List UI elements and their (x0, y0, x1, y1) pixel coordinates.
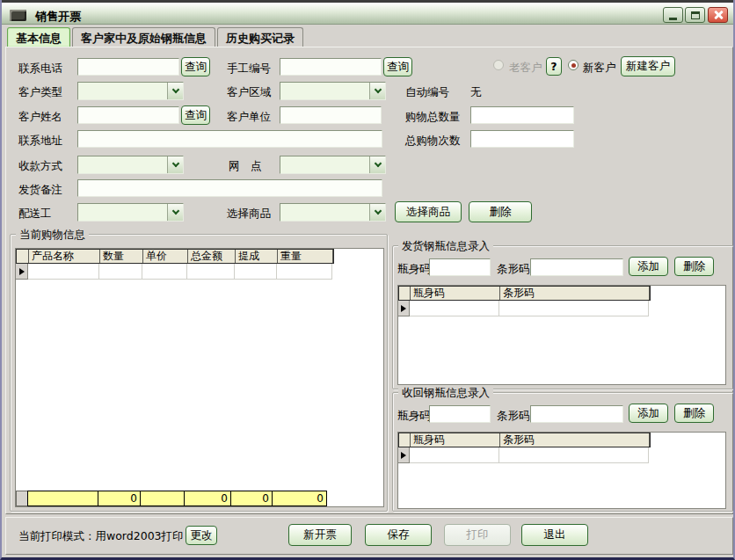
customer-name-input[interactable] (77, 106, 179, 124)
grid-cell[interactable] (410, 447, 499, 463)
app-window: 销售开票 基本信息 客户家中及原始钢瓶信息 历史购买记录 联系电话 查询 手工编… (0, 0, 735, 560)
recovery-grid-header: 瓶身码 条形码 (398, 433, 651, 447)
payment-method-select[interactable] (77, 156, 184, 174)
payment-method-dropdown-button[interactable] (167, 156, 183, 173)
manual-query-button[interactable]: 查询 (383, 57, 412, 76)
grid-cell[interactable] (499, 301, 649, 316)
purchase-grid-row[interactable] (16, 264, 332, 280)
branch-select[interactable] (280, 156, 386, 174)
customer-type-select[interactable] (77, 82, 184, 100)
select-product-button[interactable]: 选择商品 (395, 201, 462, 222)
tab-customer-cylinder-info[interactable]: 客户家中及原始钢瓶信息 (72, 27, 215, 47)
recovery-cylinder-group-title: 收回钢瓶信息录入 (398, 386, 493, 401)
new-invoice-button[interactable]: 新开票 (288, 524, 352, 546)
total-purchase-qty-label: 购物总数量 (405, 110, 461, 125)
contact-address-input[interactable] (77, 130, 382, 148)
customer-area-select[interactable] (280, 82, 386, 100)
customer-type-label: 客户类型 (18, 85, 62, 100)
exit-button[interactable]: 退出 (521, 524, 588, 546)
delivery-grid-row[interactable] (398, 301, 649, 316)
delivery-add-button[interactable]: 添加 (629, 257, 668, 276)
name-query-button[interactable]: 查询 (181, 105, 210, 125)
customer-unit-label: 客户单位 (227, 110, 271, 125)
grid-cell[interactable] (410, 301, 499, 316)
totals-selector-cell (16, 491, 28, 506)
totals-total-amount: 0 (184, 491, 231, 506)
minimize-button[interactable] (663, 7, 683, 23)
purchase-grid: 产品名称 数量 单价 总金额 提成 重量 0 0 (15, 248, 384, 507)
delete-product-button[interactable]: 删除 (469, 201, 532, 222)
column-header-bottle-code: 瓶身码 (411, 433, 500, 447)
row-selector[interactable] (398, 447, 410, 463)
tab-purchase-history[interactable]: 历史购买记录 (217, 27, 303, 47)
select-product-select[interactable] (280, 203, 386, 222)
column-header-commission: 提成 (236, 250, 278, 263)
grid-cell[interactable] (277, 264, 332, 280)
select-product-dropdown-button[interactable] (369, 204, 385, 221)
grid-cell[interactable] (187, 264, 235, 280)
purchase-grid-totals: 0 0 0 0 (16, 491, 327, 506)
tab-basic-info[interactable]: 基本信息 (7, 27, 70, 47)
chevron-down-icon (374, 86, 381, 93)
chevron-down-icon (171, 86, 178, 93)
row-selector[interactable] (16, 264, 28, 280)
chevron-down-icon (171, 207, 178, 215)
grid-cell[interactable] (28, 264, 99, 280)
totals-product-name (27, 491, 98, 506)
help-button[interactable]: ? (546, 57, 562, 76)
status-bar: 当前打印模式：用word2003打印 更改 新开票 保存 打印 退出 (5, 517, 733, 555)
contact-phone-input[interactable] (77, 58, 179, 76)
branch-dropdown-button[interactable] (369, 156, 385, 173)
close-button[interactable] (708, 7, 728, 23)
customer-area-dropdown-button[interactable] (369, 83, 385, 99)
delivery-worker-dropdown-button[interactable] (167, 204, 183, 221)
auto-no-value: 无 (470, 85, 482, 100)
grid-cell[interactable] (235, 264, 277, 280)
new-customer-label: 新客户 (583, 61, 616, 76)
recovery-add-button[interactable]: 添加 (629, 404, 668, 423)
recovery-bottle-code-label: 瓶身码 (397, 409, 431, 424)
select-product-label: 选择商品 (227, 207, 271, 222)
customer-area-label: 客户区域 (227, 85, 271, 100)
recovery-bottle-code-input[interactable] (429, 405, 491, 423)
grid-corner-cell (399, 287, 411, 300)
delivery-delete-button[interactable]: 删除 (674, 257, 714, 276)
total-purchase-qty-input[interactable] (470, 106, 574, 124)
grid-cell[interactable] (99, 264, 142, 280)
column-header-product-name: 产品名称 (29, 250, 100, 263)
new-customer-radio[interactable] (568, 60, 579, 70)
change-print-mode-button[interactable]: 更改 (186, 526, 217, 545)
column-header-bottle-code: 瓶身码 (411, 287, 500, 300)
grid-cell[interactable] (499, 447, 649, 463)
row-selector[interactable] (398, 301, 410, 316)
customer-unit-input[interactable] (280, 106, 382, 124)
old-customer-radio (493, 60, 504, 70)
row-selector-icon (401, 305, 406, 312)
delivery-worker-select[interactable] (77, 203, 184, 222)
contact-address-label: 联系地址 (18, 134, 62, 149)
grid-cell[interactable] (142, 264, 187, 280)
column-header-barcode: 条形码 (500, 287, 650, 300)
delivery-note-input[interactable] (77, 179, 382, 197)
recovery-barcode-input[interactable] (530, 405, 623, 423)
phone-query-button[interactable]: 查询 (181, 57, 210, 76)
delivery-bottle-code-input[interactable] (429, 258, 491, 276)
window-title: 销售开票 (35, 9, 81, 25)
delivery-cylinder-grid: 瓶身码 条形码 (397, 285, 726, 385)
recovery-cylinder-grid: 瓶身码 条形码 (397, 432, 726, 509)
customer-type-dropdown-button[interactable] (167, 83, 183, 99)
recovery-delete-button[interactable]: 删除 (674, 404, 714, 423)
app-icon (10, 10, 26, 21)
delivery-worker-label: 配送工 (18, 207, 52, 222)
recovery-grid-row[interactable] (398, 447, 649, 463)
manual-no-input[interactable] (280, 58, 382, 76)
total-purchase-times-input[interactable] (470, 130, 574, 148)
create-customer-button[interactable]: 新建客户 (621, 56, 675, 76)
delivery-barcode-input[interactable] (530, 258, 623, 276)
save-button[interactable]: 保存 (365, 524, 432, 546)
maximize-button[interactable] (685, 7, 705, 23)
recovery-barcode-label: 条形码 (497, 409, 530, 424)
title-bar[interactable]: 销售开票 (2, 0, 733, 25)
old-customer-label: 老客户 (509, 61, 542, 76)
manual-no-label: 手工编号 (227, 62, 271, 76)
